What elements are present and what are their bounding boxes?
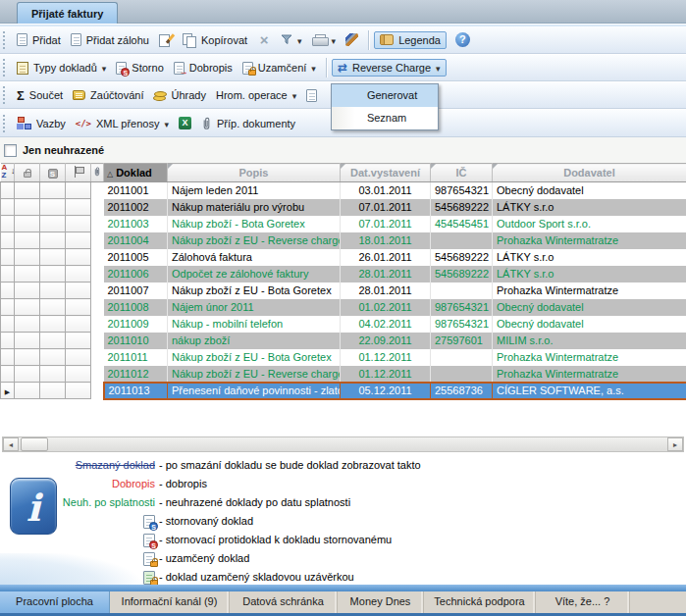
column-header-dodavatel[interactable]: Dodavatel xyxy=(493,164,686,182)
storno-column-header[interactable] xyxy=(40,164,66,182)
excel-export-button[interactable] xyxy=(174,115,196,131)
lock-button[interactable]: Uzamčení xyxy=(237,60,321,77)
add-button[interactable]: Přidat xyxy=(12,31,66,48)
credit-note-button[interactable]: Dobropis xyxy=(169,60,237,77)
excel-icon xyxy=(179,117,191,129)
bottom-tab-money-dnes[interactable]: Money Dnes xyxy=(338,591,424,613)
legend-panel: Smazaný doklad - po smazání dokladu se b… xyxy=(0,453,686,585)
bottom-tab-vite-ze[interactable]: Víte, že... ? xyxy=(536,591,630,613)
new-doc-shortcut-button[interactable] xyxy=(301,87,322,104)
attachment-column-header[interactable] xyxy=(91,164,104,182)
add-advance-button[interactable]: Přidat zálohu xyxy=(66,31,154,48)
sum-button[interactable]: Součet xyxy=(12,86,68,105)
toolbar-grip[interactable] xyxy=(3,86,7,104)
toolbar-grip[interactable] xyxy=(3,115,7,132)
toolbar-separator xyxy=(326,58,327,77)
table-row[interactable]: 2011010nákup zboží22.09.201127597601MILI… xyxy=(1,333,686,349)
table-row[interactable]: 2011008Nájem únor 201101.02.201198765432… xyxy=(1,299,686,316)
table-row[interactable]: 2011004Nákup zboží z EU - Reverse charge… xyxy=(1,232,686,249)
storno-badge: S xyxy=(121,68,130,77)
scroll-right-button[interactable] xyxy=(667,437,683,451)
column-header-doklad[interactable]: Doklad xyxy=(104,164,168,182)
row-selector-arrow xyxy=(1,383,15,399)
storno-badge: S xyxy=(149,522,158,531)
table-row[interactable]: 2011006Odpočet ze zálohové faktury28.01.… xyxy=(1,266,686,282)
help-button[interactable] xyxy=(450,30,475,49)
table-row[interactable]: 2011012Nákup zboží z EU - Reverse charge… xyxy=(1,366,686,383)
ic-header-label: IČ xyxy=(456,167,467,179)
flag-column-header[interactable] xyxy=(66,164,91,182)
format-painter-button[interactable] xyxy=(341,31,363,48)
chevron-down-icon xyxy=(332,34,337,46)
legend-button[interactable]: Legenda xyxy=(374,31,447,49)
bottom-tab-datova-schranka[interactable]: Datová schránka xyxy=(230,591,338,613)
toolbar-grip[interactable] xyxy=(3,31,7,49)
red-arrow-badge xyxy=(180,68,188,77)
tab-prijate-faktury[interactable]: Přijaté faktury xyxy=(17,2,118,24)
copy-button[interactable]: Kopírovat xyxy=(178,31,252,49)
table-row[interactable]: 2011003Nákup zboží - Bota Goretex07.01.2… xyxy=(1,216,686,232)
reverse-charge-button[interactable]: Reverse Charge Generovat Seznam xyxy=(332,59,447,77)
sort-az-icon xyxy=(1,164,15,180)
legend-desc: - dobropis xyxy=(159,475,207,493)
toolbar-separator xyxy=(368,30,369,50)
table-row[interactable]: 2011007Nákup zboží z EU - Bota Goretex28… xyxy=(1,282,686,299)
new-document-icon xyxy=(71,33,81,46)
bottom-tab-pracovni-plocha[interactable]: Pracovní plocha xyxy=(0,591,110,613)
legend-desc: - stornovací protidoklad k dokladu storn… xyxy=(159,531,392,549)
scroll-left-button[interactable] xyxy=(3,437,19,451)
sum-icon xyxy=(17,88,25,103)
column-header-ic[interactable]: IČ xyxy=(431,164,493,182)
menu-item-seznam[interactable]: Seznam xyxy=(332,107,438,129)
payments-button[interactable]: Úhrady xyxy=(148,87,210,103)
storno-button[interactable]: S Storno xyxy=(111,60,168,77)
scrollbar-thumb[interactable] xyxy=(21,437,48,451)
bulk-operations-button[interactable]: Hrom. operace xyxy=(211,87,301,103)
sum-label: Součet xyxy=(29,89,63,101)
only-unpaid-checkbox[interactable] xyxy=(4,144,17,157)
legend-row: S - stornovací protidoklad k dokladu sto… xyxy=(0,531,686,549)
table-row-selected[interactable]: 2011013Přenesení daňové povinnosti - zla… xyxy=(1,383,686,399)
table-row[interactable]: 2011001Nájem leden 201103.01.20119876543… xyxy=(1,182,686,199)
sort-ascending-icon xyxy=(107,170,113,179)
document-icon xyxy=(306,89,317,102)
bottom-tab-informacni-kanal[interactable]: Informační kanál (9) xyxy=(110,591,230,613)
edit-button[interactable] xyxy=(154,31,178,49)
xml-transfers-label: XML přenosy xyxy=(96,118,159,129)
legend-row: Dobropis - dobropis xyxy=(0,475,686,493)
delete-button[interactable] xyxy=(252,31,276,49)
popis-header-label: Popis xyxy=(239,167,269,179)
bottom-tab-technicka-podpora[interactable]: Technická podpora xyxy=(424,591,536,613)
table-row[interactable]: 2011011Nákup zboží z EU - Bota Goretex01… xyxy=(1,349,686,366)
legend-row: Smazaný doklad - po smazání dokladu se b… xyxy=(0,456,686,475)
legend-row: S - stornovaný doklad xyxy=(0,512,686,531)
chevron-down-icon xyxy=(292,89,297,101)
lock-column-header[interactable] xyxy=(15,164,40,182)
posting-button[interactable]: Zaúčtování xyxy=(68,87,148,103)
delete-icon xyxy=(257,33,271,47)
storno-badge: S xyxy=(149,540,158,549)
legend-scroll-icon xyxy=(380,34,394,45)
menu-item-generovat[interactable]: Generovat xyxy=(332,84,438,107)
column-header-popis[interactable]: Popis xyxy=(168,164,341,182)
attached-documents-button[interactable]: Příp. dokumenty xyxy=(196,115,300,132)
xml-transfers-button[interactable]: XML přenosy xyxy=(71,115,174,132)
column-header-datvystaveni[interactable]: Dat.vystavení xyxy=(341,164,431,182)
table-row[interactable]: 2011002Nákup materiálu pro výrobu07.01.2… xyxy=(1,199,686,216)
invoice-table: Doklad Popis Dat.vystavení IČ Dodavatel … xyxy=(0,163,686,400)
lock-badge xyxy=(248,70,256,76)
sort-header-cell[interactable] xyxy=(1,164,15,182)
filter-icon xyxy=(281,34,292,45)
horizontal-scrollbar[interactable] xyxy=(2,436,684,452)
relations-button[interactable]: Vazby xyxy=(12,115,71,131)
toolbar-grip[interactable] xyxy=(3,59,7,77)
table-row[interactable]: 2011005Zálohová faktura26.01.20115456892… xyxy=(1,249,686,266)
decorative-swoosh xyxy=(0,553,147,585)
filter-button[interactable] xyxy=(276,32,307,48)
doc-types-button[interactable]: Typy dokladů xyxy=(12,60,111,77)
chevron-down-icon xyxy=(297,34,302,46)
table-row[interactable]: 2011009Nákup - mobilní telefon04.02.2011… xyxy=(1,316,686,333)
legend-desc: - stornovaný doklad xyxy=(159,512,253,531)
top-tab-bar: Přijaté faktury xyxy=(0,0,686,24)
print-button[interactable] xyxy=(307,32,342,48)
